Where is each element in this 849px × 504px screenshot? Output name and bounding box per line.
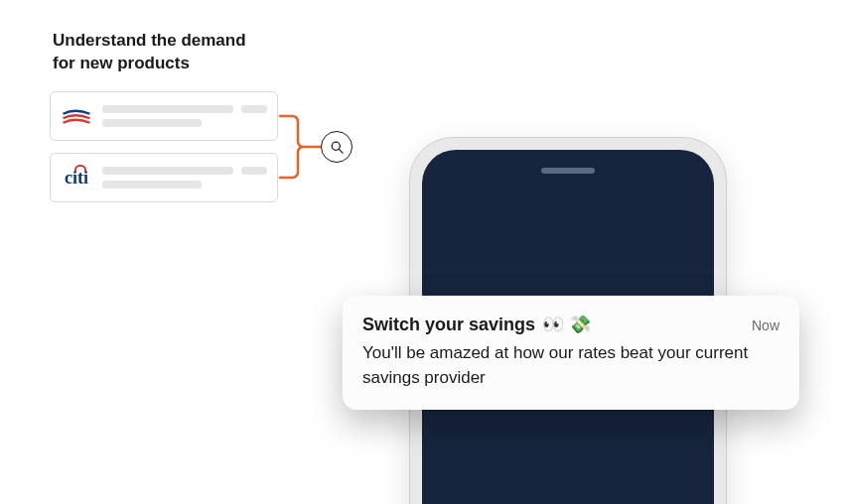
notification-body: You'll be amazed at how our rates beat y… [362,341,779,390]
bank-of-america-logo-icon [61,100,92,132]
notification-title: Switch your savings 👀 💸 [362,314,591,335]
svg-line-1 [339,149,343,153]
notification-title-text: Switch your savings [362,315,535,334]
citi-logo-icon: citi [61,162,92,193]
heading-line-1: Understand the demand [53,30,246,53]
placeholder-lines [102,167,267,189]
section-heading: Understand the demand for new products [53,30,246,75]
notification-emojis: 👀 💸 [542,315,591,334]
search-icon [321,131,353,163]
placeholder-lines [102,105,267,127]
heading-line-2: for new products [53,53,246,75]
bank-card-citi: citi [50,153,278,202]
push-notification[interactable]: Switch your savings 👀 💸 Now You'll be am… [343,296,799,410]
notification-time: Now [752,317,779,333]
phone-speaker-icon [541,168,595,174]
bank-card-boa [50,91,278,141]
